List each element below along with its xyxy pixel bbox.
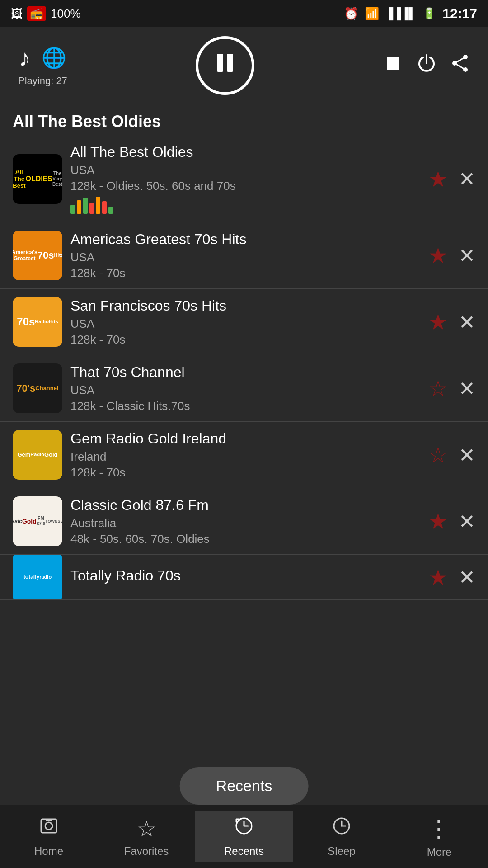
- music-note-icon[interactable]: ♪: [19, 44, 31, 71]
- station-item[interactable]: totally radio Totally Radio 70s ★ ✕: [0, 555, 488, 600]
- globe-icon[interactable]: 🌐: [42, 46, 66, 70]
- remove-station-button[interactable]: ✕: [459, 566, 475, 589]
- station-item[interactable]: America's Greatest 70s Hits Americas Gre…: [0, 222, 488, 289]
- status-bar: 🖼 📻 100% ⏰ 📶 ▐▐▐▌ 🔋 12:17: [0, 0, 488, 27]
- remove-station-button[interactable]: ✕: [459, 443, 475, 467]
- favorite-star-button[interactable]: ★: [428, 509, 448, 534]
- station-actions: ☆ ✕: [428, 376, 475, 401]
- battery-full-icon: 🔋: [422, 7, 436, 20]
- svg-rect-8: [41, 819, 56, 833]
- status-time: 12:17: [442, 6, 477, 21]
- favorite-star-button[interactable]: ★: [428, 166, 448, 192]
- station-item[interactable]: All The Best OLDIES The Very Best All Th…: [0, 136, 488, 222]
- station-actions: ★ ✕: [428, 309, 475, 335]
- station-item[interactable]: 70's Channel That 70s Channel USA 128k -…: [0, 355, 488, 422]
- favorite-star-button[interactable]: ★: [428, 565, 448, 590]
- nav-sleep-label: Sleep: [328, 845, 355, 858]
- station-actions: ★ ✕: [428, 243, 475, 268]
- svg-line-6: [455, 57, 465, 63]
- station-name: San Franciscos 70s Hits: [70, 297, 420, 314]
- station-country: USA: [70, 250, 420, 264]
- power-icon[interactable]: [417, 53, 436, 78]
- station-info: Gem Radio Gold Ireland Ireland 128k - 70…: [62, 430, 428, 480]
- station-info: Americas Greatest 70s Hits USA 128k - 70…: [62, 231, 428, 280]
- station-bitrate: 128k - 70s: [70, 266, 420, 280]
- pause-button[interactable]: [196, 36, 254, 95]
- station-logo: Classic Gold FM 87.6 TOWNSVILLE: [13, 496, 62, 546]
- nav-sleep[interactable]: Sleep: [293, 816, 390, 858]
- nav-recents[interactable]: Recents: [195, 811, 293, 862]
- favorite-star-button[interactable]: ☆: [428, 376, 448, 401]
- recents-tooltip: Recents: [180, 767, 309, 805]
- station-logo: All The Best OLDIES The Very Best: [13, 154, 62, 204]
- station-country: Ireland: [70, 450, 420, 464]
- remove-station-button[interactable]: ✕: [459, 167, 475, 190]
- station-actions: ★ ✕: [428, 166, 475, 192]
- remove-station-button[interactable]: ✕: [459, 311, 475, 334]
- station-info: Totally Radio 70s: [62, 567, 428, 587]
- recents-icon: [234, 816, 254, 841]
- svg-rect-2: [387, 57, 399, 70]
- station-name: Gem Radio Gold Ireland: [70, 430, 420, 447]
- app-icon: 📻: [27, 6, 46, 21]
- station-bitrate: 128k - Oldies. 50s. 60s and 70s: [70, 179, 420, 193]
- player-right-group: [383, 53, 470, 78]
- nav-home-label: Home: [34, 845, 63, 858]
- nav-more-label: More: [427, 846, 452, 859]
- station-bitrate: 48k - 50s. 60s. 70s. Oldies: [70, 532, 420, 546]
- station-name: Americas Greatest 70s Hits: [70, 231, 420, 248]
- svg-rect-0: [217, 54, 223, 72]
- svg-point-9: [45, 822, 52, 830]
- battery-percent: 100%: [51, 7, 81, 21]
- more-icon: ⋮: [427, 815, 451, 842]
- favorite-star-button[interactable]: ☆: [428, 442, 448, 467]
- bottom-nav: Home ☆ Favorites Recents Sleep ⋮: [0, 805, 488, 868]
- station-info: Classic Gold 87.6 Fm Australia 48k - 50s…: [62, 497, 428, 546]
- nav-recents-label: Recents: [224, 845, 264, 858]
- alarm-icon: ⏰: [344, 7, 358, 21]
- station-bitrate: 128k - 70s: [70, 333, 420, 347]
- section-title: All The Best Oldies: [0, 106, 488, 136]
- player-header: ♪ 🌐 Playing: 27: [0, 27, 488, 106]
- favorite-star-button[interactable]: ★: [428, 309, 448, 335]
- wifi-icon: 📶: [365, 7, 379, 21]
- nav-favorites[interactable]: ☆ Favorites: [98, 816, 195, 858]
- photo-icon: 🖼: [11, 7, 23, 21]
- remove-station-button[interactable]: ✕: [459, 510, 475, 533]
- player-controls-row: ♪ 🌐 Playing: 27: [18, 36, 470, 95]
- favorite-star-button[interactable]: ★: [428, 243, 448, 268]
- station-name: Totally Radio 70s: [70, 567, 420, 584]
- stop-icon[interactable]: [383, 53, 403, 78]
- nav-more[interactable]: ⋮ More: [390, 815, 488, 859]
- remove-station-button[interactable]: ✕: [459, 377, 475, 400]
- station-actions: ★ ✕: [428, 509, 475, 534]
- station-item[interactable]: Gem Radio Gold Gem Radio Gold Ireland Ir…: [0, 422, 488, 488]
- station-logo: 70s RadioHits: [13, 297, 62, 347]
- station-item[interactable]: Classic Gold FM 87.6 TOWNSVILLE Classic …: [0, 488, 488, 555]
- station-country: USA: [70, 163, 420, 177]
- station-country: USA: [70, 383, 420, 397]
- svg-line-7: [455, 63, 465, 70]
- eq-bars: [70, 196, 420, 214]
- playing-label: Playing: 27: [18, 75, 67, 87]
- station-logo: totally radio: [13, 555, 62, 600]
- station-bitrate: 128k - Classic Hits.70s: [70, 399, 420, 413]
- station-country: Australia: [70, 516, 420, 530]
- nav-home[interactable]: Home: [0, 816, 98, 858]
- station-logo: Gem Radio Gold: [13, 430, 62, 480]
- station-name: All The Best Oldies: [70, 144, 420, 160]
- station-info: All The Best Oldies USA 128k - Oldies. 5…: [62, 144, 428, 214]
- station-name: That 70s Channel: [70, 364, 420, 381]
- station-item[interactable]: 70s RadioHits San Franciscos 70s Hits US…: [0, 289, 488, 355]
- sleep-icon: [331, 816, 352, 841]
- share-icon[interactable]: [450, 53, 470, 78]
- pause-icon: [212, 50, 238, 81]
- station-bitrate: 128k - 70s: [70, 466, 420, 480]
- status-left: 🖼 📻 100%: [11, 6, 81, 21]
- station-actions: ★ ✕: [428, 565, 475, 590]
- station-info: San Franciscos 70s Hits USA 128k - 70s: [62, 297, 428, 347]
- remove-station-button[interactable]: ✕: [459, 244, 475, 267]
- station-info: That 70s Channel USA 128k - Classic Hits…: [62, 364, 428, 413]
- station-logo: 70's Channel: [13, 363, 62, 413]
- station-list: All The Best OLDIES The Very Best All Th…: [0, 136, 488, 600]
